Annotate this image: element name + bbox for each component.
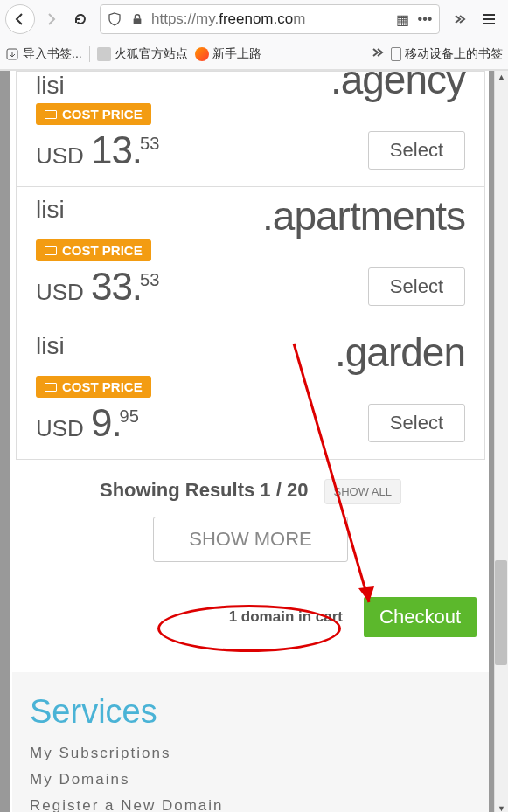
bookmark-official[interactable]: 火狐官方站点 (97, 46, 188, 62)
price: USD 33.53 (36, 265, 251, 309)
footer-link[interactable]: Register a New Domain (30, 797, 471, 812)
footer-heading: Services (30, 693, 471, 731)
cost-badge: COST PRICE (36, 103, 151, 125)
price-cents: 53 (140, 134, 159, 153)
results-text: Showing Results 1 / 20 (100, 479, 308, 501)
price-whole: 13. (91, 128, 142, 171)
scroll-up-icon[interactable]: ▲ (498, 73, 505, 80)
scrollbar[interactable]: ▲ ▼ (494, 71, 508, 812)
price: USD 13.53 (36, 128, 251, 172)
qr-icon[interactable]: ▦ (393, 10, 411, 28)
back-button[interactable] (5, 4, 35, 34)
select-button[interactable]: Select (368, 404, 465, 442)
cost-badge: COST PRICE (36, 239, 151, 261)
currency: USD (36, 415, 84, 442)
bookmark-label: 火狐官方站点 (115, 46, 188, 62)
currency: USD (36, 279, 84, 306)
more-icon[interactable]: ••• (416, 10, 434, 28)
lock-icon (129, 10, 146, 28)
price: USD 9.95 (36, 401, 251, 445)
footer-link[interactable]: My Subscriptions (30, 745, 471, 762)
bookmark-label: 导入书签... (23, 46, 82, 62)
domain-name: lisi (36, 72, 251, 100)
domain-card: lisi .agency COST PRICE USD 13.53 Select (16, 71, 485, 187)
domain-card: lisi .garden COST PRICE USD 9.95 Select (16, 323, 485, 460)
url-text: https://my.freenom.com (151, 10, 388, 28)
page: ▲ ▼ lisi .agency COST PRICE USD 13.53 Se… (0, 71, 508, 812)
badge-label: COST PRICE (62, 379, 143, 394)
tag-icon (45, 383, 57, 392)
hamburger-button[interactable] (475, 5, 503, 33)
shield-icon (106, 10, 123, 28)
domain-tld: .apartments (251, 196, 466, 236)
domain-card: lisi .apartments COST PRICE USD 33.53 Se… (16, 187, 485, 323)
price-cents: 95 (120, 406, 139, 426)
domain-name: lisi (36, 332, 251, 372)
scroll-thumb[interactable] (495, 560, 507, 665)
domain-tld: .agency (251, 59, 466, 100)
badge-label: COST PRICE (62, 107, 143, 121)
price-cents: 53 (140, 270, 159, 289)
url-bar[interactable]: https://my.freenom.com ▦ ••• (100, 4, 440, 34)
bg-edge (0, 71, 10, 812)
bookmark-import[interactable]: 导入书签... (5, 46, 82, 62)
cart-row: 1 domain in cart Checkout (16, 597, 485, 637)
cost-badge: COST PRICE (36, 376, 151, 398)
svg-rect-0 (134, 18, 142, 24)
select-button[interactable]: Select (368, 131, 465, 170)
show-more-button[interactable]: SHOW MORE (153, 517, 348, 562)
badge-label: COST PRICE (62, 243, 143, 258)
footer-services: Services My Subscriptions My Domains Reg… (12, 672, 489, 812)
price-whole: 33. (91, 265, 142, 308)
checkout-button[interactable]: Checkout (364, 597, 477, 637)
footer-link[interactable]: My Domains (30, 771, 471, 788)
tag-icon (45, 110, 57, 119)
select-button[interactable]: Select (368, 267, 465, 306)
scroll-down-icon[interactable]: ▼ (498, 804, 505, 811)
cart-count-text: 1 domain in cart (229, 608, 343, 626)
forward-button[interactable] (37, 5, 65, 33)
show-all-button[interactable]: SHOW ALL (324, 479, 401, 504)
results-summary: Showing Results 1 / 20 SHOW ALL (16, 479, 485, 504)
separator (89, 46, 90, 62)
toolbar: https://my.freenom.com ▦ ••• (0, 0, 508, 38)
currency: USD (36, 142, 84, 170)
firefox-icon (195, 47, 209, 61)
domain-tld: .garden (251, 332, 466, 372)
domain-name: lisi (36, 196, 251, 236)
overflow-button[interactable] (445, 5, 473, 33)
reload-button[interactable] (66, 5, 94, 33)
folder-icon (97, 47, 111, 61)
price-whole: 9. (91, 401, 122, 444)
tag-icon (45, 246, 57, 255)
